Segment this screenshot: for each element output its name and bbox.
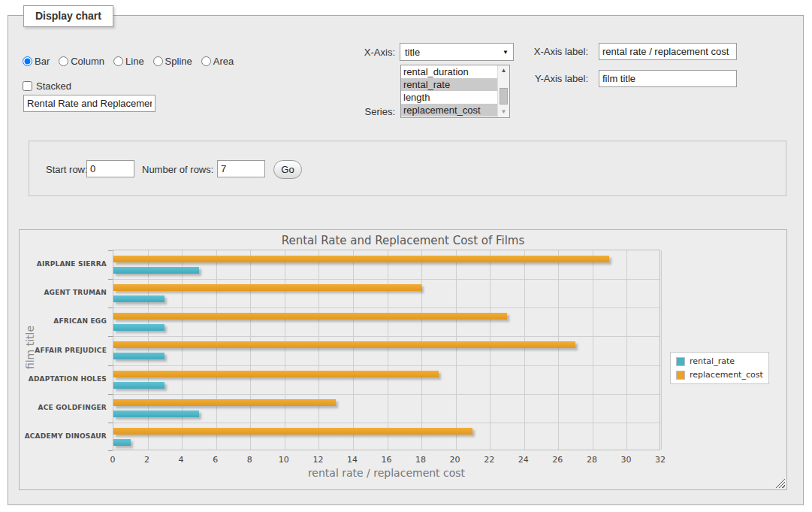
x-tick-label: 28 (581, 455, 603, 465)
chart-type-radio-label: Line (125, 56, 144, 67)
gridline-vertical (216, 250, 217, 450)
chart-type-radio-input-line[interactable] (113, 56, 123, 66)
gridline-vertical (388, 250, 388, 450)
x-tick-label: 2 (136, 455, 158, 465)
x-tick-label: 8 (238, 455, 261, 465)
bar-replacement_cost (113, 313, 507, 320)
gridline-vertical (182, 250, 183, 450)
x-axis-title: rental rate / replacement cost (113, 467, 660, 479)
gridline-horizontal (113, 394, 660, 395)
gridline-vertical (524, 250, 525, 450)
chart-container: Rental Rate and Replacement Cost of Film… (19, 229, 787, 490)
legend-item-replacement_cost: replacement_cost (676, 370, 763, 380)
gridline-vertical (593, 250, 593, 450)
x-axis-select[interactable]: title ▼ (400, 43, 514, 61)
chart-type-radio-input-column[interactable] (59, 56, 68, 66)
resize-grip-icon[interactable] (775, 478, 785, 488)
gridline-vertical (353, 250, 354, 450)
y-tick-mark (108, 308, 113, 308)
series-listbox[interactable]: rental_durationrental_ratelengthreplacem… (400, 65, 510, 118)
x-axis-label-input[interactable] (599, 43, 737, 60)
x-tick-label: 22 (478, 455, 500, 465)
chart-type-radio-input-spline[interactable] (153, 56, 163, 66)
y-axis-label-field-label: Y-Axis label: (527, 73, 588, 84)
start-row-label: Start row: (46, 164, 88, 175)
rows-panel: Start row: Number of rows: Go (29, 141, 786, 196)
chart-type-radio-input-area[interactable] (201, 56, 211, 66)
x-tick-label: 10 (273, 455, 295, 465)
gridline-vertical (250, 250, 251, 450)
gridline-vertical (661, 250, 662, 450)
chart-title-input[interactable] (23, 95, 155, 112)
stacked-checkbox-label[interactable]: Stacked (23, 80, 71, 92)
plot-grid (113, 250, 660, 450)
gridline-vertical (421, 250, 422, 450)
x-tick-label: 6 (204, 455, 227, 465)
gridline-vertical (148, 250, 149, 450)
series-scrollbar[interactable]: ▲ ▼ (497, 65, 509, 117)
scrollbar-thumb[interactable] (500, 88, 508, 105)
chart-title: Rental Rate and Replacement Cost of Film… (20, 234, 786, 247)
bar-rental_rate (113, 382, 165, 389)
num-rows-label: Number of rows: (142, 164, 213, 175)
chart-type-radio-line[interactable]: Line (113, 56, 144, 67)
series-option-replacement_cost[interactable]: replacement_cost (401, 104, 497, 117)
gridline-horizontal (113, 336, 660, 337)
gridline-vertical (456, 250, 457, 450)
chart-type-radio-column[interactable]: Column (59, 56, 104, 67)
bar-replacement_cost (113, 341, 575, 348)
x-tick-label: 0 (101, 455, 124, 465)
scroll-up-icon[interactable]: ▲ (498, 65, 509, 76)
chevron-down-icon: ▼ (503, 49, 509, 56)
bar-replacement_cost (113, 256, 609, 262)
stacked-checkbox[interactable] (23, 81, 32, 91)
x-tick-label: 12 (306, 455, 329, 465)
x-axis-select-label: X-Axis: (350, 47, 395, 58)
legend-item-rental_rate: rental_rate (676, 356, 763, 366)
x-tick-label: 32 (649, 455, 672, 465)
category-label: AIRPLANE SIERRA (24, 260, 107, 268)
chart-type-radio-bar[interactable]: Bar (23, 56, 50, 67)
series-option-rental_duration[interactable]: rental_duration (401, 65, 497, 78)
scroll-down-icon[interactable]: ▼ (498, 107, 509, 117)
x-tick-label: 26 (546, 455, 569, 465)
chart-type-radio-spline[interactable]: Spline (153, 56, 192, 67)
x-axis-label-field-label: X-Axis label: (527, 46, 588, 57)
y-tick-mark (108, 423, 113, 423)
y-tick-mark (108, 250, 113, 251)
start-row-input[interactable] (86, 160, 134, 177)
y-tick-mark (108, 336, 113, 337)
bar-rental_rate (113, 267, 199, 274)
x-axis-select-value: title (405, 47, 503, 58)
gridline-vertical (285, 250, 285, 450)
bar-replacement_cost (113, 371, 439, 377)
category-label: AFFAIR PREJUDICE (24, 347, 107, 354)
x-tick-label: 4 (170, 455, 192, 465)
bar-rental_rate (113, 295, 165, 302)
chart-type-radio-input-bar[interactable] (23, 56, 32, 66)
series-option-length[interactable]: length (401, 91, 497, 104)
x-tick-label: 18 (409, 455, 432, 465)
y-axis-label-input[interactable] (599, 70, 737, 87)
legend-swatch (676, 357, 685, 366)
chart-type-radio-label: Area (213, 56, 234, 67)
gridline-vertical (626, 250, 627, 450)
gridline-horizontal (113, 365, 660, 366)
chart-type-radio-area[interactable]: Area (201, 56, 234, 67)
x-tick-label: 14 (341, 455, 364, 465)
gridline-vertical (490, 250, 491, 450)
gridline-horizontal (113, 308, 660, 308)
y-tick-mark (108, 450, 113, 451)
series-option-rental_rate[interactable]: rental_rate (401, 78, 497, 91)
x-tick-label: 24 (512, 455, 535, 465)
x-tick-label: 16 (376, 455, 398, 465)
y-tick-mark (108, 279, 113, 280)
go-button[interactable]: Go (273, 160, 302, 179)
category-label: AGENT TRUMAN (24, 289, 107, 296)
bar-rental_rate (113, 411, 199, 417)
num-rows-input[interactable] (217, 160, 265, 177)
category-label: AFRICAN EGG (24, 317, 107, 325)
gridline-vertical (558, 250, 559, 450)
category-label: ACADEMY DINOSAUR (24, 432, 107, 440)
chart-type-radio-label: Column (71, 56, 104, 67)
